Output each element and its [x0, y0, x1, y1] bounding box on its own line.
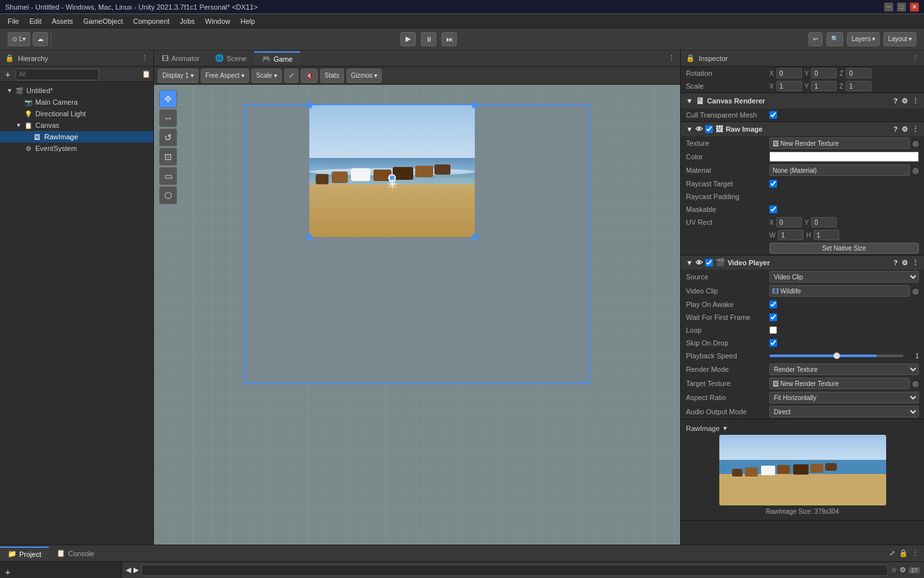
playback-speed-slider[interactable]	[769, 355, 903, 357]
target-texture-target-icon[interactable]: ◎	[912, 380, 919, 388]
maskable-checkbox[interactable]	[769, 206, 777, 213]
scene-mute-button[interactable]: 🔇	[301, 69, 318, 83]
rotation-z-input[interactable]	[846, 68, 871, 78]
material-field[interactable]: None (Material)	[769, 164, 910, 176]
raw-image-eye-icon[interactable]: 👁	[696, 125, 703, 133]
uv-y-input[interactable]	[811, 217, 837, 227]
tab-project[interactable]: 📁 Project	[0, 547, 49, 560]
rotation-x-input[interactable]	[776, 68, 802, 78]
aspect-ratio-select[interactable]: Fit Horizontally	[769, 392, 919, 403]
gizmo-rect-tool[interactable]: ▭	[159, 167, 177, 185]
raw-image-help-icon[interactable]: ?	[893, 125, 898, 134]
tab-game[interactable]: 🎮 Game	[254, 51, 300, 65]
bottom-lock-icon[interactable]: 🔒	[899, 549, 908, 557]
handle-tr[interactable]	[472, 102, 478, 109]
gizmo-hand-tool[interactable]: ✥	[159, 90, 177, 108]
set-native-size-button[interactable]: Set Native Size	[769, 243, 919, 254]
tab-console[interactable]: 📋 Console	[49, 547, 101, 559]
gizmo-rotate-tool[interactable]: ↺	[159, 128, 177, 146]
raw-image-enabled-checkbox[interactable]	[705, 125, 713, 133]
scene-viewport[interactable]: ✥ ↔ ↺ ⊡ ▭ ⬡	[154, 85, 680, 545]
hierarchy-item-rawimage[interactable]: 🖼 RawImage	[0, 131, 153, 143]
video-player-settings-icon[interactable]: ⚙	[902, 259, 908, 267]
video-player-more-icon[interactable]: ⋮	[912, 259, 919, 267]
scene-tabs-more[interactable]: ⋮	[668, 54, 680, 62]
minimize-button[interactable]: ─	[884, 3, 893, 12]
search-button[interactable]: 🔍	[826, 32, 843, 46]
video-clip-field[interactable]: 🎞 Wildlife	[769, 285, 910, 297]
texture-field[interactable]: 🖼 New Render Texture	[769, 137, 910, 149]
project-search-input[interactable]	[141, 565, 888, 576]
pause-button[interactable]: ⏸	[421, 32, 436, 46]
layers-dropdown[interactable]: Layers ▾	[847, 32, 880, 46]
account-button[interactable]: ⊙ L▾	[8, 32, 30, 46]
scene-scale-dropdown[interactable]: Scale ▾	[252, 69, 282, 83]
video-player-help-icon[interactable]: ?	[893, 259, 898, 267]
video-player-eye-icon[interactable]: 👁	[696, 259, 703, 267]
scene-aspect-dropdown[interactable]: Free Aspect ▾	[201, 69, 249, 83]
close-button[interactable]: ✕	[910, 3, 919, 12]
bottom-more-icon[interactable]: ⋮	[912, 549, 919, 557]
scale-x-input[interactable]	[776, 81, 802, 91]
audio-output-select[interactable]: Direct	[769, 406, 919, 417]
tab-animator[interactable]: 🎞 Animator	[154, 53, 207, 64]
source-select[interactable]: Video Clip	[769, 271, 919, 283]
gizmo-transform-tool[interactable]: ⬡	[159, 186, 177, 204]
play-button[interactable]: ▶	[400, 32, 416, 46]
inspector-lock-icon[interactable]: 🔒	[686, 54, 695, 62]
menu-component[interactable]: Component	[128, 16, 175, 26]
menu-jobs[interactable]: Jobs	[175, 16, 200, 26]
hierarchy-settings-icon[interactable]: ⋮	[141, 54, 148, 62]
hierarchy-search-input[interactable]	[15, 69, 99, 80]
project-add-button[interactable]: +	[5, 567, 10, 577]
scene-gizmos-button[interactable]: Gizmos ▾	[346, 69, 382, 83]
scene-display-dropdown[interactable]: Display 1 ▾	[158, 69, 198, 83]
hierarchy-item-eventsystem[interactable]: ⚙ EventSystem	[0, 143, 153, 154]
menu-gameobject[interactable]: GameObject	[78, 16, 128, 26]
wait-first-checkbox[interactable]	[769, 313, 777, 321]
layout-dropdown[interactable]: Layout ▾	[884, 32, 916, 46]
gizmo-move-tool[interactable]: ↔	[159, 109, 177, 127]
hierarchy-item-canvas[interactable]: ▼ 📋 Canvas	[0, 119, 153, 131]
hierarchy-item-main-camera[interactable]: 📷 Main Camera	[0, 96, 153, 108]
menu-window[interactable]: Window	[200, 16, 235, 26]
canvas-renderer-settings-icon[interactable]: ⚙	[902, 97, 908, 105]
menu-edit[interactable]: Edit	[24, 16, 47, 26]
menu-assets[interactable]: Assets	[47, 16, 78, 26]
inspector-more-icon[interactable]: ⋮	[912, 54, 919, 62]
target-texture-field[interactable]: 🖼 New Render Texture	[769, 378, 910, 389]
video-player-enabled-checkbox[interactable]	[705, 259, 713, 267]
menu-help[interactable]: Help	[235, 16, 261, 26]
project-back-button[interactable]: ◀	[126, 566, 131, 574]
hierarchy-item-directional-light[interactable]: 💡 Directional Light	[0, 108, 153, 119]
undo-history-button[interactable]: ↩	[809, 32, 823, 46]
scene-stats-button[interactable]: Stats	[320, 69, 344, 83]
canvas-renderer-more-icon[interactable]: ⋮	[912, 97, 919, 105]
menu-file[interactable]: File	[3, 16, 24, 26]
rotation-y-input[interactable]	[811, 68, 837, 78]
raw-image-settings-icon[interactable]: ⚙	[902, 125, 908, 134]
handle-bl[interactable]	[306, 234, 312, 240]
bottom-expand-icon[interactable]: ⤢	[889, 549, 895, 557]
step-button[interactable]: ⏭	[441, 32, 457, 46]
project-settings-icon[interactable]: ⚙	[900, 566, 906, 574]
gizmo-scale-tool[interactable]: ⊡	[159, 148, 177, 166]
handle-tl[interactable]	[306, 102, 312, 109]
skip-on-drop-checkbox[interactable]	[769, 339, 777, 347]
cull-checkbox[interactable]	[769, 111, 777, 119]
project-favorite-icon[interactable]: ☆	[891, 566, 897, 574]
scene-maximize-button[interactable]: ⤢	[284, 69, 298, 83]
raw-image-header[interactable]: ▼ 👁 🖼 Raw Image ? ⚙ ⋮	[681, 122, 924, 136]
material-target-icon[interactable]: ◎	[912, 166, 919, 175]
canvas-renderer-help-icon[interactable]: ?	[893, 97, 898, 105]
uv-h-input[interactable]	[814, 230, 839, 240]
cloud-button[interactable]: ☁	[33, 32, 48, 46]
render-mode-select[interactable]: Render Texture	[769, 363, 919, 375]
raw-image-more-icon[interactable]: ⋮	[912, 125, 919, 134]
maximize-button[interactable]: □	[897, 3, 906, 12]
video-player-header[interactable]: ▼ 👁 🎬 Video Player ? ⚙ ⋮	[681, 256, 924, 270]
color-picker[interactable]	[769, 152, 919, 162]
play-on-awake-checkbox[interactable]	[769, 301, 777, 308]
scale-z-input[interactable]	[846, 81, 871, 91]
hierarchy-filter-button[interactable]: 📋	[142, 70, 151, 78]
